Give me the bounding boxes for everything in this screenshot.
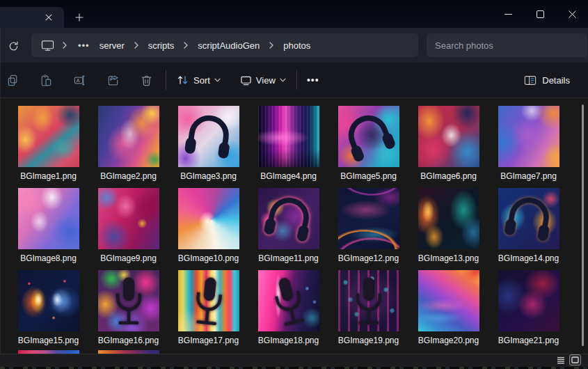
copy-button[interactable]: [0, 68, 26, 92]
file-thumbnail: [418, 188, 479, 249]
file-item[interactable]: BGImage6.png: [408, 106, 488, 188]
view-icon: [240, 75, 252, 86]
vertical-scrollbar[interactable]: [582, 104, 584, 346]
breadcrumb-item[interactable]: scripts: [144, 40, 179, 51]
file-name: BGImage16.png: [98, 336, 159, 345]
file-name: BGImage10.png: [178, 253, 239, 263]
file-item[interactable]: BGImage14.png: [488, 188, 569, 270]
details-view-toggle[interactable]: [555, 354, 566, 366]
file-item[interactable]: BGImage8.png: [8, 188, 88, 270]
file-thumbnail: [498, 270, 559, 331]
file-name: BGImage12.png: [338, 253, 399, 263]
file-name: BGImage1.png: [20, 171, 77, 181]
delete-button[interactable]: [132, 68, 160, 92]
titlebar: [0, 0, 588, 28]
large-icons-view-toggle[interactable]: [569, 354, 581, 366]
file-thumbnail: [338, 106, 399, 167]
file-name: BGImage9.png: [100, 253, 157, 263]
file-item[interactable]: BGImage15.png: [8, 270, 88, 352]
command-toolbar: A Sort View ••• Details: [0, 63, 588, 98]
file-item[interactable]: BGImage7.png: [488, 106, 569, 188]
file-name: BGImage6.png: [420, 171, 477, 181]
breadcrumb-overflow-button[interactable]: •••: [72, 40, 95, 51]
file-thumbnail: [18, 188, 79, 249]
file-thumbnail: [418, 270, 479, 331]
file-name: BGImage4.png: [260, 171, 317, 181]
share-button[interactable]: [99, 68, 127, 92]
refresh-icon[interactable]: [6, 38, 21, 54]
file-name: BGImage14.png: [498, 253, 559, 263]
explorer-tab[interactable]: [0, 7, 64, 28]
file-thumbnail: [18, 106, 79, 167]
file-name: BGImage19.png: [338, 336, 399, 345]
file-explorer-window: ••• serverscriptsscriptAudioGenphotos Se…: [0, 0, 588, 369]
file-thumbnail: [258, 270, 319, 331]
file-thumbnail: [178, 270, 239, 331]
file-item[interactable]: BGImage19.png: [328, 270, 408, 352]
file-name: BGImage17.png: [178, 336, 239, 345]
file-name: BGImage21.png: [498, 336, 559, 345]
file-name: BGImage11.png: [258, 253, 319, 263]
file-item[interactable]: BGImage5.png: [328, 106, 408, 188]
file-thumbnail: [418, 106, 479, 167]
breadcrumb-item[interactable]: scriptAudioGen: [193, 40, 264, 51]
file-item[interactable]: BGImage20.png: [408, 270, 488, 352]
maximize-button[interactable]: [524, 0, 556, 28]
details-button[interactable]: Details: [514, 68, 580, 92]
file-name: BGImage5.png: [340, 171, 397, 181]
file-thumbnail: [18, 270, 79, 331]
sort-button[interactable]: Sort: [172, 68, 225, 92]
file-name: BGImage15.png: [18, 336, 79, 345]
file-item[interactable]: BGImage3.png: [168, 106, 248, 188]
file-item[interactable]: BGImage17.png: [168, 270, 248, 352]
minimize-button[interactable]: [492, 0, 524, 28]
file-item[interactable]: BGImage12.png: [328, 188, 408, 270]
file-thumbnail: [338, 188, 399, 249]
chevron-down-icon: [214, 78, 221, 82]
tab-close-icon[interactable]: [43, 12, 54, 23]
file-thumbnail: [178, 106, 239, 167]
file-thumbnail: [338, 270, 399, 331]
view-button[interactable]: View: [235, 68, 291, 92]
svg-text:A: A: [76, 77, 79, 83]
window-controls: [492, 0, 588, 28]
file-item[interactable]: BGImage18.png: [248, 270, 328, 352]
file-name: BGImage18.png: [258, 336, 319, 345]
details-icon: [524, 75, 537, 86]
file-thumbnail: [258, 188, 319, 249]
view-label: View: [256, 75, 276, 86]
status-bar: [0, 354, 588, 367]
search-placeholder: Search photos: [435, 40, 493, 51]
file-item[interactable]: BGImage16.png: [88, 270, 168, 352]
file-thumbnail: [258, 106, 319, 167]
breadcrumb-item[interactable]: photos: [279, 40, 315, 51]
rename-button[interactable]: A: [65, 68, 93, 92]
file-item[interactable]: BGImage9.png: [88, 188, 168, 270]
search-input[interactable]: Search photos: [427, 33, 587, 57]
file-item[interactable]: BGImage4.png: [248, 106, 328, 188]
breadcrumb: ••• serverscriptsscriptAudioGenphotos: [31, 33, 418, 57]
file-thumbnail: [178, 188, 239, 249]
file-grid-area: BGImage1.pngBGImage2.pngBGImage3.pngBGIm…: [0, 98, 588, 354]
file-item[interactable]: BGImage13.png: [408, 188, 488, 270]
file-item[interactable]: BGImage21.png: [488, 270, 569, 352]
file-name: BGImage8.png: [20, 253, 77, 263]
this-pc-icon[interactable]: [38, 40, 57, 52]
more-options-button[interactable]: •••: [303, 68, 324, 92]
file-thumbnail: [498, 188, 559, 249]
sort-icon: [177, 74, 189, 86]
file-thumbnail: [498, 106, 559, 167]
chevron-right-icon: [62, 42, 67, 49]
file-item[interactable]: BGImage1.png: [8, 106, 88, 188]
breadcrumb-item[interactable]: server: [95, 40, 129, 51]
new-tab-button[interactable]: [70, 9, 88, 26]
file-thumbnail: [98, 270, 159, 331]
chevron-right-icon: [269, 42, 274, 49]
paste-button[interactable]: [32, 68, 60, 92]
file-name: BGImage2.png: [100, 171, 157, 181]
file-item[interactable]: BGImage10.png: [168, 188, 248, 270]
file-name: BGImage7.png: [500, 171, 557, 181]
close-button[interactable]: [556, 0, 588, 28]
file-item[interactable]: BGImage11.png: [248, 188, 328, 270]
file-item[interactable]: BGImage2.png: [88, 106, 168, 188]
